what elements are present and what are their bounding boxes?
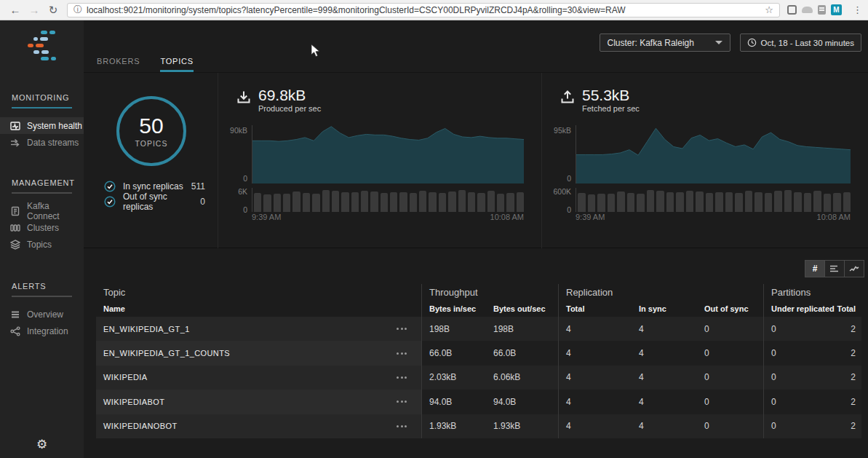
tabs: BROKERS TOPICS — [97, 57, 194, 72]
histogram-chart — [252, 188, 524, 212]
browser-back-button[interactable]: ← — [6, 4, 25, 16]
section-rule — [12, 107, 72, 108]
sidebar-item-icon — [10, 138, 20, 148]
table-row[interactable]: WIKIPEDIANOBOT 1.93kB 1.93kB 4 4 0 0 2 — [96, 414, 861, 438]
browser-refresh-button[interactable]: ↻ — [44, 4, 63, 17]
sidebar-item[interactable]: Integration — [0, 323, 84, 339]
browser-forward-button[interactable]: → — [25, 4, 44, 16]
col-part-total: Total — [837, 300, 861, 317]
settings-gear-icon[interactable]: ⚙ — [0, 437, 84, 452]
part-total-cell: 2 — [837, 390, 861, 414]
histogram-bar — [627, 193, 635, 212]
app-logo[interactable] — [25, 31, 59, 64]
histogram-bar — [637, 194, 645, 212]
table-body: EN_WIKIPEDIA_GT_1 198B 198B 4 4 0 0 2 — [96, 317, 861, 438]
sidebar-item[interactable]: Topics — [0, 236, 84, 253]
topic-name: WIKIPEDIANOBOT — [103, 422, 178, 430]
sidebar-item[interactable]: Overview — [0, 306, 84, 323]
histogram-bar — [597, 194, 605, 212]
histogram-bar — [578, 193, 586, 212]
mouse-cursor — [311, 44, 321, 58]
sidebar-item[interactable]: System health — [0, 117, 84, 134]
extension-m-icon[interactable]: M — [831, 4, 842, 15]
table-row[interactable]: WIKIPEDIABOT 94.0B 94.0B 4 4 0 0 2 — [96, 390, 861, 414]
histogram-bar — [312, 194, 319, 212]
histogram-bar — [254, 193, 261, 212]
sidebar-item[interactable]: Clusters — [0, 219, 84, 236]
cluster-selector-label: Cluster: Kafka Raleigh — [608, 38, 715, 48]
in-sync-cell: 4 — [632, 414, 697, 438]
topic-name-cell[interactable]: WIKIPEDIANOBOT — [96, 414, 422, 438]
more-options-button[interactable] — [397, 425, 407, 427]
url-text[interactable]: localhost:9021/monitoring/system/topics?… — [87, 5, 760, 15]
numeric-view-button[interactable]: # — [805, 260, 825, 277]
topics-table: Topic Throughput Replication Partitions … — [96, 284, 861, 438]
section-label-alerts: ALERTS — [12, 282, 84, 291]
sidebar: MONITORING System health Data streams MA… — [0, 20, 84, 458]
x-axis-labels: 9:39 AM 10:08 AM — [252, 213, 524, 221]
cluster-selector[interactable]: Cluster: Kafka Raleigh — [600, 33, 730, 52]
part-total-cell: 2 — [837, 366, 861, 390]
table-row[interactable]: EN_WIKIPEDIA_GT_1_COUNTS 66.0B 66.0B 4 4… — [96, 341, 861, 365]
histogram-bar — [706, 193, 714, 212]
histogram-bar — [794, 192, 802, 212]
more-options-button[interactable] — [397, 376, 407, 379]
more-options-button[interactable] — [397, 400, 407, 403]
histogram-bar — [341, 192, 349, 213]
histogram-bar — [429, 192, 436, 212]
table-row[interactable]: EN_WIKIPEDIA_GT_1 198B 198B 4 4 0 0 2 — [96, 317, 861, 341]
line-view-button[interactable] — [844, 260, 864, 277]
histogram-bar — [370, 192, 378, 212]
check-circle-icon[interactable] — [104, 181, 116, 192]
bar-view-button[interactable] — [824, 260, 845, 277]
tab[interactable]: BROKERS — [97, 57, 140, 72]
topic-name-cell[interactable]: WIKIPEDIA — [96, 366, 422, 390]
topic-name-cell[interactable]: WIKIPEDIABOT — [96, 390, 422, 414]
table-group-header: Topic Throughput Replication Partitions — [96, 284, 861, 300]
topics-count-circle: 50 TOPICS — [116, 96, 186, 166]
check-circle-icon[interactable] — [104, 196, 116, 208]
section-label-management: MANAGEMENT — [12, 178, 84, 187]
topic-name: EN_WIKIPEDIA_GT_1 — [103, 325, 190, 333]
sidebar-item[interactable]: Data streams — [0, 134, 84, 151]
topic-name: WIKIPEDIA — [103, 373, 147, 382]
repl-total-cell: 4 — [559, 317, 632, 341]
part-total-cell: 2 — [837, 414, 861, 438]
replica-status-row: In sync replicas 511 — [104, 181, 205, 192]
more-options-button[interactable] — [397, 328, 407, 330]
histogram-bar — [804, 193, 812, 212]
extension-clipboard-icon[interactable] — [818, 5, 826, 15]
in-sync-cell: 4 — [632, 317, 697, 341]
under-replicated-cell: 0 — [764, 390, 837, 414]
y-axis-zero-label: 0 — [218, 174, 247, 183]
histogram-bar — [725, 192, 733, 213]
col-out-of-sync: Out of sync — [697, 300, 764, 317]
more-options-button[interactable] — [397, 352, 407, 355]
topic-name-cell[interactable]: EN_WIKIPEDIA_GT_1 — [96, 317, 422, 341]
replica-status-row: Out of sync replicas 0 — [104, 196, 205, 208]
browser-menu-icon[interactable]: ⋮ — [853, 4, 862, 15]
bars-axis-max-label: 6K — [218, 187, 247, 196]
extension-cloud-icon[interactable] — [802, 7, 813, 13]
histogram-bar — [487, 191, 495, 212]
extension-square-icon[interactable] — [787, 5, 797, 15]
produced-chart-plot-area: 90kB 0 6K 0 9:39 AM 10:08 AM — [218, 125, 541, 248]
y-axis-max-label: 90kB — [218, 126, 247, 135]
histogram-bar — [617, 192, 625, 212]
histogram-bar — [381, 193, 388, 212]
time-range-button[interactable]: Oct, 18 - Last 30 minutes — [740, 33, 861, 52]
table-row[interactable]: WIKIPEDIA 2.03kB 6.06kB 4 4 0 0 2 — [96, 366, 861, 390]
browser-chrome: ← → ↻ ⓘ localhost:9021/monitoring/system… — [0, 0, 868, 20]
bookmark-star-icon[interactable]: ☆ — [765, 4, 773, 15]
histogram-bar — [588, 194, 596, 212]
address-bar[interactable]: ⓘ localhost:9021/monitoring/system/topic… — [67, 3, 780, 17]
page-info-icon[interactable]: ⓘ — [73, 4, 82, 16]
topic-name: EN_WIKIPEDIA_GT_1_COUNTS — [103, 349, 230, 358]
histogram-bar — [715, 192, 723, 212]
x-axis-start-label: 9:39 AM — [576, 213, 605, 221]
control-center-app: MONITORING System health Data streams MA… — [0, 20, 868, 458]
col-repl-total: Total — [559, 300, 632, 317]
tab[interactable]: TOPICS — [160, 57, 194, 72]
sidebar-item[interactable]: Kafka Connect — [0, 202, 84, 219]
topic-name-cell[interactable]: EN_WIKIPEDIA_GT_1_COUNTS — [96, 341, 422, 365]
